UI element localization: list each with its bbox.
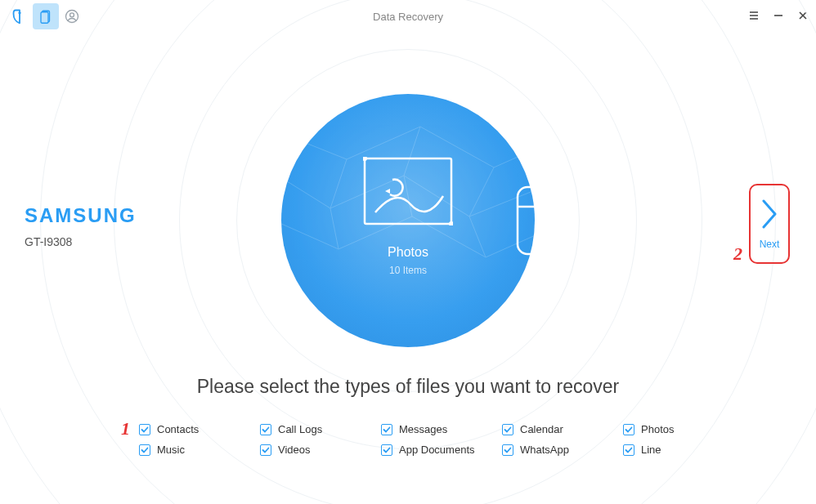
checkbox-icon xyxy=(623,444,634,456)
check-item-music[interactable]: Music xyxy=(139,444,260,456)
app-logo-icon[interactable] xyxy=(7,3,33,29)
checkbox-icon xyxy=(139,444,150,456)
menu-icon[interactable] xyxy=(747,10,760,24)
annotation-2: 2 xyxy=(733,243,742,265)
checkbox-icon xyxy=(502,424,513,435)
checkbox-icon xyxy=(381,444,392,456)
annotation-1: 1 xyxy=(121,418,130,439)
checkbox-icon xyxy=(623,424,634,435)
check-item-whatsapp[interactable]: WhatsApp xyxy=(502,444,623,456)
check-item-app-documents[interactable]: App Documents xyxy=(381,444,502,456)
checkbox-icon xyxy=(139,424,150,435)
device-info: SAMSUNG GT-I9308 xyxy=(25,204,137,248)
chevron-right-icon xyxy=(759,198,780,230)
user-tab-icon[interactable] xyxy=(59,3,85,29)
check-label: App Documents xyxy=(399,444,475,456)
data-recovery-tab-icon[interactable] xyxy=(33,3,59,29)
close-icon[interactable] xyxy=(796,10,809,23)
device-brand: SAMSUNG xyxy=(25,204,137,227)
minimize-icon[interactable] xyxy=(772,10,785,24)
svg-rect-2 xyxy=(41,12,48,24)
check-item-photos[interactable]: Photos xyxy=(623,423,744,435)
check-item-call-logs[interactable]: Call Logs xyxy=(260,423,381,435)
title-bar: Data Recovery xyxy=(0,0,816,33)
check-label: Messages xyxy=(399,423,447,435)
svg-point-4 xyxy=(70,13,74,17)
checkbox-icon xyxy=(260,424,271,435)
window-controls xyxy=(747,0,809,33)
check-row: Music Videos App Documents WhatsApp Line xyxy=(139,444,751,456)
checkbox-icon xyxy=(381,424,392,435)
device-model: GT-I9308 xyxy=(25,235,137,248)
check-item-messages[interactable]: Messages xyxy=(381,423,502,435)
checkbox-icon xyxy=(260,444,271,456)
check-item-calendar[interactable]: Calendar xyxy=(502,423,623,435)
next-category-peek-icon xyxy=(514,184,555,261)
check-label: Videos xyxy=(278,444,311,456)
svg-rect-9 xyxy=(518,187,555,254)
checkbox-icon xyxy=(502,444,513,456)
header-icon-group xyxy=(0,3,85,29)
next-button-label: Next xyxy=(760,239,780,250)
check-label: Music xyxy=(157,444,185,456)
check-label: Calendar xyxy=(520,423,563,435)
check-label: WhatsApp xyxy=(520,444,569,456)
circle-mesh-decor xyxy=(281,94,535,347)
check-label: Photos xyxy=(641,423,674,435)
window-title: Data Recovery xyxy=(373,11,443,23)
check-item-contacts[interactable]: Contacts xyxy=(139,423,260,435)
instruction-text: Please select the types of files you wan… xyxy=(0,376,816,398)
check-label: Contacts xyxy=(157,423,199,435)
check-row: Contacts Call Logs Messages Calendar Pho… xyxy=(139,423,751,435)
check-label: Call Logs xyxy=(278,423,322,435)
next-button[interactable]: Next xyxy=(749,184,790,264)
file-type-checklist: Contacts Call Logs Messages Calendar Pho… xyxy=(139,415,751,456)
check-item-videos[interactable]: Videos xyxy=(260,444,381,456)
check-label: Line xyxy=(641,444,661,456)
check-item-line[interactable]: Line xyxy=(623,444,744,456)
category-circle[interactable]: Photos 10 Items xyxy=(281,94,535,347)
svg-point-0 xyxy=(18,11,20,14)
